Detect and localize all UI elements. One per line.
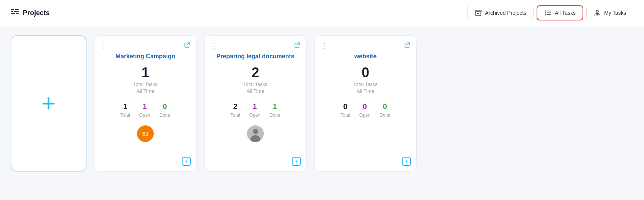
add-project-icon: + <box>41 91 55 116</box>
card-total-count: 1 <box>101 66 190 80</box>
card-add-button[interactable]: + <box>182 157 191 166</box>
stat-open-value: 1 <box>143 102 147 111</box>
my-tasks-button[interactable]: My Tasks <box>586 6 633 20</box>
card-total-label: Total TasksAll Time <box>101 81 190 95</box>
archived-projects-button[interactable]: Archived Projects <box>467 6 534 20</box>
card-menu-dots[interactable]: ⋮ <box>101 42 108 50</box>
svg-rect-5 <box>16 13 19 14</box>
stat-done: 0 Done <box>379 102 390 118</box>
stat-done: 0 Done <box>159 102 170 118</box>
projects-icon <box>11 9 19 17</box>
add-project-card[interactable]: + <box>11 35 87 172</box>
avatar <box>247 125 264 142</box>
stat-open-label: Open <box>359 112 370 118</box>
project-card-website: ⋮ website 0 Total TasksAll Time 0 Total <box>314 35 417 172</box>
my-tasks-label: My Tasks <box>604 10 626 16</box>
card-menu-dots[interactable]: ⋮ <box>211 42 218 50</box>
svg-line-23 <box>407 43 409 45</box>
card-stats: 1 Total 1 Open 0 Done <box>101 102 190 118</box>
all-tasks-button[interactable]: All Tasks <box>537 5 583 20</box>
stat-total-value: 2 <box>233 102 237 111</box>
stat-open: 1 Open <box>139 102 150 118</box>
card-stats: 2 Total 1 Open 1 Done <box>211 102 300 118</box>
stat-done-label: Done <box>159 112 170 118</box>
project-card-legal: ⋮ Preparing legal documents 2 Total Task… <box>204 35 307 172</box>
card-title: Preparing legal documents <box>211 53 300 60</box>
svg-point-10 <box>545 12 546 14</box>
app-container: Projects Archived Projects <box>0 0 644 181</box>
svg-point-9 <box>545 11 546 12</box>
svg-rect-2 <box>11 11 13 12</box>
svg-rect-1 <box>15 9 19 10</box>
card-add-button[interactable]: + <box>292 157 301 166</box>
stat-open-label: Open <box>139 112 150 118</box>
card-total-label: Total TasksAll Time <box>211 81 300 95</box>
card-external-link[interactable] <box>404 42 410 50</box>
card-top-bar: ⋮ <box>211 42 300 50</box>
svg-rect-13 <box>547 12 551 13</box>
svg-rect-3 <box>14 11 19 12</box>
card-external-link[interactable] <box>294 42 300 50</box>
page-title: Projects <box>23 9 50 17</box>
archive-icon <box>474 9 482 17</box>
svg-rect-4 <box>11 13 15 14</box>
header-nav: Archived Projects All Tasks <box>467 5 633 20</box>
stat-open-value: 1 <box>253 102 257 111</box>
stat-total-value: 1 <box>123 102 127 111</box>
card-total-count: 0 <box>321 66 410 80</box>
svg-line-18 <box>187 43 189 45</box>
header-left: Projects <box>11 9 50 17</box>
stat-total-label: Total <box>120 112 130 118</box>
card-avatar-row: SJ <box>101 125 190 142</box>
stat-total-value: 0 <box>343 102 347 111</box>
main-content: + ⋮ Marketing Campaign 1 Total TasksAll … <box>0 26 644 181</box>
svg-rect-14 <box>547 14 551 15</box>
stat-done-value: 0 <box>163 102 167 111</box>
card-top-bar: ⋮ <box>321 42 410 50</box>
stat-total-label: Total <box>340 112 350 118</box>
svg-line-19 <box>297 43 299 45</box>
archived-projects-label: Archived Projects <box>485 10 526 16</box>
stat-open-label: Open <box>249 112 260 118</box>
card-external-link[interactable] <box>184 42 190 50</box>
stat-done-label: Done <box>269 112 280 118</box>
project-card-marketing: ⋮ Marketing Campaign 1 Total TasksAll Ti… <box>94 35 197 172</box>
card-title: Marketing Campaign <box>101 53 190 60</box>
header: Projects Archived Projects <box>0 0 644 26</box>
card-add-button[interactable]: + <box>402 157 411 166</box>
stat-open: 1 Open <box>249 102 260 118</box>
svg-rect-12 <box>547 11 551 11</box>
svg-rect-0 <box>11 9 14 10</box>
stat-total: 0 Total <box>340 102 350 118</box>
card-top-bar: ⋮ <box>101 42 190 50</box>
stat-done-value: 0 <box>383 102 387 111</box>
card-title: website <box>321 53 410 60</box>
stat-total-label: Total <box>230 112 240 118</box>
stat-open-value: 0 <box>363 102 367 111</box>
person-icon <box>594 9 601 17</box>
tasks-icon <box>544 9 552 17</box>
card-total-label: Total TasksAll Time <box>321 81 410 95</box>
card-stats: 0 Total 0 Open 0 Done <box>321 102 410 118</box>
stat-open: 0 Open <box>359 102 370 118</box>
stat-total: 2 Total <box>230 102 240 118</box>
stat-done-value: 1 <box>273 102 277 111</box>
avatar-photo <box>247 125 264 142</box>
stat-done: 1 Done <box>269 102 280 118</box>
svg-point-11 <box>545 14 546 16</box>
avatar: SJ <box>137 125 154 142</box>
all-tasks-label: All Tasks <box>555 10 576 16</box>
stat-total: 1 Total <box>120 102 130 118</box>
card-total-count: 2 <box>211 66 300 80</box>
stat-done-label: Done <box>379 112 390 118</box>
card-avatar-row <box>211 125 300 142</box>
svg-point-15 <box>596 10 598 12</box>
svg-point-21 <box>253 129 258 134</box>
card-menu-dots[interactable]: ⋮ <box>321 42 328 50</box>
svg-rect-8 <box>477 13 479 14</box>
